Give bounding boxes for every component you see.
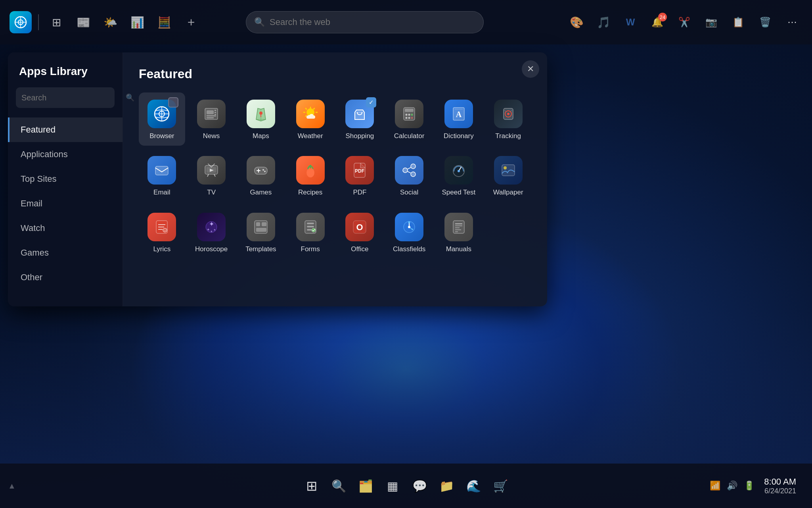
svg-point-82 [408, 221, 410, 223]
tab-finance-icon[interactable]: 📊 [126, 11, 148, 33]
app-item-weather[interactable]: Weather [287, 92, 333, 146]
sidebar-search-input[interactable] [21, 93, 122, 102]
app-item-lyrics[interactable]: ♪ Lyrics [139, 206, 185, 259]
app-item-maps[interactable]: Maps [238, 92, 284, 146]
search-input[interactable] [270, 17, 475, 27]
app-item-email[interactable]: Email [139, 149, 185, 202]
app-item-news[interactable]: News [188, 92, 235, 146]
svg-line-52 [408, 171, 411, 173]
app-item-templates[interactable]: Templates [238, 206, 284, 259]
app-label-office: Office [351, 245, 368, 253]
app-label-pdf: PDF [353, 189, 366, 196]
app-item-forms[interactable]: Forms [287, 206, 333, 259]
app-label-recipes: Recipes [298, 189, 322, 196]
app-label-tracking: Tracking [495, 132, 521, 140]
sidebar-item-other[interactable]: Other [8, 265, 123, 290]
app-icon-tv [197, 156, 226, 185]
trash-icon[interactable]: 🗑️ [755, 12, 776, 33]
sidebar-item-email[interactable]: Email [8, 191, 123, 216]
app-icon-wallpaper [494, 156, 523, 185]
word-icon[interactable]: W [620, 12, 641, 33]
tab-calc-icon[interactable]: 🧮 [153, 11, 175, 33]
sidebar-search[interactable]: 🔍 [16, 87, 115, 108]
app-icon-pdf: PDF [345, 156, 374, 185]
browser-taskbar-icon[interactable] [10, 11, 32, 33]
svg-point-83 [412, 229, 413, 230]
taskbar-right-controls: 🎨 🎵 W 🔔 24 ✂️ 📷 📋 🗑️ ⋯ [566, 12, 802, 33]
browser-checkbox-unchecked[interactable] [168, 97, 178, 108]
add-tab-button[interactable]: + [180, 11, 202, 33]
app-icon-weather [296, 100, 325, 128]
sidebar-item-top-sites[interactable]: Top Sites [8, 167, 123, 191]
svg-point-43 [262, 169, 264, 171]
close-button[interactable]: ✕ [522, 60, 539, 78]
app-item-shopping[interactable]: ✓ Shopping [337, 92, 383, 146]
app-item-wallpaper[interactable]: Wallpaper [485, 149, 531, 202]
app-icon-speedtest [444, 156, 473, 185]
app-item-social[interactable]: Social [386, 149, 433, 202]
sidebar-item-games[interactable]: Games [8, 241, 123, 265]
svg-rect-84 [453, 221, 464, 233]
app-item-recipes[interactable]: Recipes [287, 149, 333, 202]
app-item-games[interactable]: Games [238, 149, 284, 202]
svg-line-51 [408, 167, 411, 169]
clipboard-icon[interactable]: 📋 [728, 12, 749, 33]
app-label-speedtest: Speed Test [442, 189, 475, 196]
app-label-lyrics: Lyrics [153, 245, 170, 253]
svg-point-50 [411, 172, 416, 177]
notifications-icon[interactable]: 🔔 24 [647, 12, 668, 33]
app-item-browser[interactable]: Browser [139, 92, 185, 146]
shopping-checkbox-checked[interactable]: ✓ [366, 97, 376, 108]
app-item-dictionary[interactable]: A Dictionary [436, 92, 482, 146]
app-item-horoscope[interactable]: ✦ ✦ ✦ ✦ Horoscope [188, 206, 235, 259]
svg-rect-74 [307, 223, 314, 224]
svg-point-57 [504, 166, 507, 169]
camera-icon[interactable]: 📷 [701, 12, 722, 33]
app-label-browser: Browser [149, 132, 174, 140]
svg-text:✦: ✦ [207, 227, 210, 232]
svg-point-21 [408, 114, 410, 116]
svg-point-48 [403, 168, 408, 173]
spotify-icon[interactable]: 🎵 [593, 12, 614, 33]
app-label-social: Social [400, 189, 418, 196]
app-icon-shopping: ✓ [345, 100, 374, 128]
app-item-calculator[interactable]: Calculator [386, 92, 433, 146]
svg-point-25 [411, 117, 413, 119]
more-options-icon[interactable]: ⋯ [782, 12, 802, 33]
svg-line-36 [207, 174, 209, 177]
app-item-office[interactable]: O Office [337, 206, 383, 259]
app-item-speedtest[interactable]: Speed Test [436, 149, 482, 202]
svg-text:O: O [356, 222, 363, 232]
app-icon-maps [247, 100, 275, 128]
tab-weather-icon[interactable]: 🌤️ [99, 11, 121, 33]
svg-point-44 [264, 171, 266, 172]
app-icon-news [197, 100, 226, 128]
search-bar[interactable]: 🔍 [246, 11, 484, 33]
sidebar-item-featured[interactable]: Featured [8, 117, 123, 142]
scissors-icon[interactable]: ✂️ [674, 12, 695, 33]
svg-point-55 [458, 170, 460, 172]
notification-badge: 24 [658, 13, 667, 21]
sidebar-title: Apps Library [8, 65, 123, 87]
tab-news-icon[interactable]: 📰 [72, 11, 94, 33]
app-label-calculator: Calculator [394, 132, 425, 140]
app-label-classfields: Classfields [393, 245, 425, 253]
apps-library-modal: Apps Library 🔍 Featured Applications Top… [8, 52, 547, 306]
app-item-pdf[interactable]: PDF PDF [337, 149, 383, 202]
svg-point-24 [408, 117, 410, 119]
svg-rect-19 [405, 109, 414, 112]
sidebar-item-watch[interactable]: Watch [8, 216, 123, 241]
app-item-manuals[interactable]: Manuals [436, 206, 482, 259]
svg-point-81 [408, 226, 410, 228]
app-label-email: Email [153, 189, 170, 196]
app-item-tv[interactable]: TV [188, 149, 235, 202]
app-item-classfields[interactable]: Classfields [386, 206, 433, 259]
app-label-tv: TV [207, 189, 216, 196]
sidebar-item-applications[interactable]: Applications [8, 142, 123, 167]
modal-overlay: Apps Library 🔍 Featured Applications Top… [0, 44, 812, 508]
app-item-tracking[interactable]: Tracking [485, 92, 531, 146]
tab-grid-icon[interactable]: ⊞ [45, 11, 67, 33]
svg-rect-71 [262, 222, 266, 226]
app-label-shopping: Shopping [345, 132, 374, 140]
colorpicker-icon[interactable]: 🎨 [566, 12, 587, 33]
